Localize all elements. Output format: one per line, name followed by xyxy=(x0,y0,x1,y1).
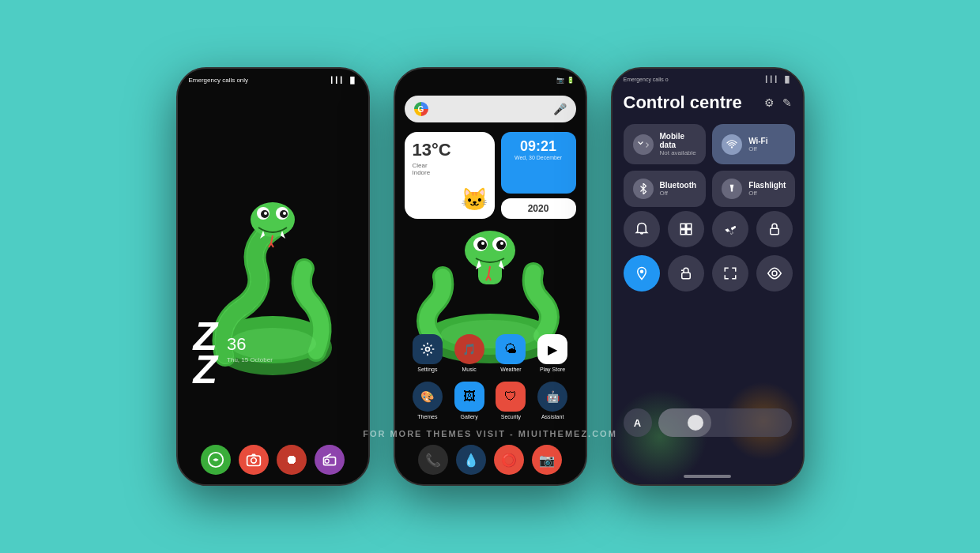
app-playstore[interactable]: ▶ Play Store xyxy=(533,334,571,372)
mobile-data-toggle[interactable]: Mobile data Not available xyxy=(624,124,707,164)
svg-point-7 xyxy=(264,212,267,215)
app-gallery[interactable]: 🖼 Gallery xyxy=(450,382,488,419)
dock-app-messages[interactable] xyxy=(201,445,231,475)
brightness-slider[interactable] xyxy=(658,408,792,437)
text-size-btn[interactable]: A xyxy=(624,408,652,437)
edit-header-icon[interactable]: ✎ xyxy=(782,96,792,109)
phone2-dock-browser[interactable]: 💧 xyxy=(456,445,486,475)
mobile-data-info: Mobile data Not available xyxy=(660,132,697,156)
control-centre-header: Control centre ⚙ ✎ xyxy=(624,92,792,113)
app-themes[interactable]: 🎨 Themes xyxy=(409,382,447,419)
time-box: 09:21 Wed, 30 December xyxy=(501,132,576,194)
app-security[interactable]: 🛡 Security xyxy=(492,382,530,419)
home-indicator[interactable] xyxy=(684,475,731,478)
bluetooth-toggle[interactable]: Bluetooth Off xyxy=(624,171,707,207)
signal-icon: ▎▎▎ xyxy=(331,77,345,84)
phone3: Emergency calls o ▎▎▎ ▐▌ Control centre … xyxy=(611,67,805,486)
bell-toggle[interactable] xyxy=(624,211,660,247)
dock-app-camera[interactable] xyxy=(239,445,269,475)
svg-rect-29 xyxy=(680,224,685,228)
svg-point-23 xyxy=(481,242,484,245)
phone1-background: Emergency calls only ▎▎▎ ▐▌ xyxy=(178,69,368,484)
app-music[interactable]: 🎵 Music xyxy=(450,334,488,372)
app-row-2: 🎨 Themes 🖼 Gallery 🛡 xyxy=(407,382,574,419)
svg-rect-35 xyxy=(681,273,690,279)
phone3-battery-icon: ▐▌ xyxy=(782,76,791,83)
datetime-widget[interactable]: 09:21 Wed, 30 December 2020 xyxy=(501,132,576,219)
app-label: Play Store xyxy=(540,367,565,372)
phone2-dock: 📞 💧 ⭕ 📷 xyxy=(395,445,586,475)
phone2-background: 📷 🔋 G 🎤 13°C Clear Indore xyxy=(395,69,586,484)
flashlight-icon xyxy=(722,179,742,199)
location-toggle[interactable] xyxy=(624,255,660,292)
phone2-dock-camera[interactable]: 📷 xyxy=(532,445,562,475)
quick-toggles: Mobile data Not available Wi-Fi Off xyxy=(624,124,792,207)
wifi-label: Wi-Fi xyxy=(748,137,786,145)
app-label: Settings xyxy=(417,367,437,372)
search-input[interactable] xyxy=(435,96,547,122)
app-label: Security xyxy=(501,414,521,419)
dock-app-music[interactable]: ⏺ xyxy=(277,445,307,475)
flashlight-info: Flashlight Off xyxy=(748,181,786,197)
app-label: Weather xyxy=(500,367,521,372)
expand-toggle[interactable] xyxy=(668,211,704,247)
wifi-status: Off xyxy=(748,145,786,152)
lock-hour: Z Z xyxy=(194,317,218,389)
fullscreen-toggle[interactable] xyxy=(712,255,748,292)
svg-point-18 xyxy=(465,231,515,270)
app-settings[interactable]: Settings xyxy=(409,334,447,372)
lock2-toggle[interactable] xyxy=(668,255,704,292)
bluetooth-label: Bluetooth xyxy=(660,181,697,190)
brightness-fill xyxy=(658,408,712,437)
phone2-search-bar[interactable]: G 🎤 xyxy=(405,96,576,122)
app-label: Music xyxy=(462,367,476,372)
phone2-screen: 📷 🔋 G 🎤 13°C Clear Indore xyxy=(395,69,586,484)
brightness-row: A xyxy=(624,408,792,437)
mic-icon[interactable]: 🎤 xyxy=(553,103,567,115)
phone2-dock-app3[interactable]: ⭕ xyxy=(494,445,524,475)
google-logo: G xyxy=(414,102,428,116)
svg-rect-30 xyxy=(686,224,691,228)
eye-toggle[interactable] xyxy=(756,255,793,292)
control-header-icons: ⚙ ✎ xyxy=(764,96,792,109)
control-icon-grid xyxy=(624,211,792,292)
bluetooth-status: Off xyxy=(660,190,697,197)
weather-widget[interactable]: 13°C Clear Indore 🐱 xyxy=(405,132,495,219)
flashlight-label: Flashlight xyxy=(748,181,786,190)
widgets-row: 13°C Clear Indore 🐱 09:21 Wed, 30 Decemb… xyxy=(405,132,576,219)
phone2-status-bar: 📷 🔋 xyxy=(395,69,586,91)
phone2-app-grid: Settings 🎵 Music 🌤 Weather xyxy=(395,334,586,429)
phone2-battery-icon: 🔋 xyxy=(567,77,575,84)
phone1-status-bar: Emergency calls only ▎▎▎ ▐▌ xyxy=(178,69,368,91)
svg-rect-31 xyxy=(680,230,685,235)
battery-icon: ▐▌ xyxy=(348,77,356,84)
svg-point-14 xyxy=(325,459,329,463)
phone3-status-icons: ▎▎▎ ▐▌ xyxy=(766,76,791,83)
airplane-toggle[interactable] xyxy=(712,211,748,247)
bluetooth-icon xyxy=(633,179,654,199)
mobile-data-icon xyxy=(633,134,654,155)
bluetooth-info: Bluetooth Off xyxy=(660,181,697,197)
lock-toggle[interactable] xyxy=(756,211,793,247)
mobile-data-label: Mobile data xyxy=(660,132,697,149)
year-box: 2020 xyxy=(501,198,576,219)
wifi-info: Wi-Fi Off xyxy=(748,137,786,152)
phone1-status-text: Emergency calls only xyxy=(189,77,249,84)
mobile-data-status: Not available xyxy=(660,149,697,156)
app-weather[interactable]: 🌤 Weather xyxy=(492,334,530,372)
svg-point-24 xyxy=(500,242,503,245)
bottom-controls: A xyxy=(624,408,792,445)
app-label: Themes xyxy=(417,414,437,419)
svg-point-34 xyxy=(639,270,643,274)
phone3-screen: Emergency calls o ▎▎▎ ▐▌ Control centre … xyxy=(612,69,803,484)
settings-header-icon[interactable]: ⚙ xyxy=(764,96,775,109)
app-assistant[interactable]: 🤖 Assistant xyxy=(533,382,571,419)
flashlight-toggle[interactable]: Flashlight Off xyxy=(712,171,795,207)
phone2-dock-phone[interactable]: 📞 xyxy=(418,445,448,475)
phone2-camera-icon: 📷 xyxy=(556,77,564,84)
time-display: 09:21 xyxy=(507,138,570,155)
svg-point-12 xyxy=(251,458,257,464)
dock-app-radio[interactable] xyxy=(315,445,345,475)
svg-point-27 xyxy=(731,146,733,148)
wifi-toggle[interactable]: Wi-Fi Off xyxy=(712,124,795,164)
